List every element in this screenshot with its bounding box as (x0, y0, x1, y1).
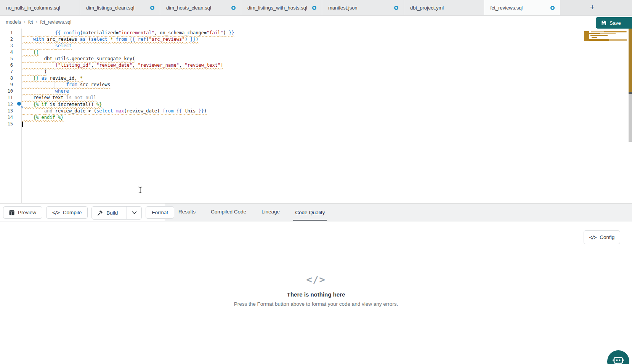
code-token (38, 75, 41, 81)
code-token: , (91, 63, 96, 68)
code-token: review_id, (47, 75, 80, 81)
line-number: 2 (0, 36, 13, 43)
code-token: (review_date) (124, 108, 162, 114)
code-brackets-icon: </> (589, 235, 597, 240)
code-line-text: and review_date > (select max(review_dat… (22, 108, 207, 114)
indent-guides (22, 43, 54, 49)
tab-code-quality[interactable]: Code Quality (293, 204, 327, 221)
editor-action-toolbar: Preview </> Compile Build (3, 206, 174, 220)
code-quality-empty-state: </> There is nothing here Press the Form… (0, 274, 632, 307)
code-line[interactable]: ) (22, 69, 632, 75)
file-tab-no_nulls_in_columns.sql[interactable]: no_nulls_in_columns.sql (0, 0, 80, 15)
code-line-text: review_text is not null (22, 95, 96, 100)
code-token: "fail" (207, 30, 223, 35)
code-token: %} (96, 102, 102, 107)
file-tab-label: dim_listings_clean.sql (86, 5, 134, 11)
code-token: where (55, 88, 69, 94)
code-line[interactable]: and review_date > (select max(review_dat… (22, 108, 632, 114)
lightbulb-code-action-icon[interactable] (17, 102, 22, 107)
config-button[interactable]: </> Config (584, 230, 620, 244)
code-line[interactable]: select (22, 43, 632, 49)
indent-guides (22, 30, 54, 36)
compile-button[interactable]: </> Compile (46, 206, 88, 219)
tab-lineage[interactable]: Lineage (260, 204, 282, 221)
breadcrumb-item[interactable]: fct_reviews.sql (40, 19, 71, 25)
line-number: 10 (0, 88, 13, 95)
breadcrumb-item[interactable]: fct (28, 19, 33, 25)
compile-label: Compile (63, 210, 82, 215)
code-token: ) (184, 37, 190, 42)
code-line[interactable]: {{ config(materialized="incremental", on… (22, 30, 632, 36)
code-token: src_reviews (77, 82, 111, 87)
robot-chat-icon (612, 356, 624, 364)
code-token: }} (190, 37, 196, 42)
code-line[interactable]: {{ (22, 49, 632, 56)
line-number: 5 (0, 56, 13, 62)
code-line[interactable] (22, 121, 581, 127)
save-label: Save (610, 20, 621, 26)
file-tab-manifest.json[interactable]: manifest.json (322, 0, 404, 15)
line-number: 7 (0, 69, 13, 75)
code-line[interactable]: dbt_utils.generate_surrogate_key( (22, 56, 632, 62)
indent-guides (22, 82, 65, 88)
tab-compiled-code[interactable]: Compiled Code (209, 204, 248, 221)
code-token: ( (85, 37, 91, 42)
tab-results[interactable]: Results (176, 204, 197, 221)
code-token: dbt_utils.generate_surrogate_key( (44, 56, 135, 61)
code-line[interactable]: {% if is_incremental() %} (22, 101, 632, 108)
code-token: select (96, 108, 113, 114)
build-button[interactable]: Build (92, 207, 123, 219)
save-button[interactable]: Save (596, 17, 632, 29)
file-tab-dim_hosts_clean.sql[interactable]: dim_hosts_clean.sql (160, 0, 241, 15)
code-token: (materialized= (80, 30, 119, 35)
code-token: ) (204, 108, 207, 114)
new-tab-button[interactable]: + (588, 3, 597, 12)
code-token: with (33, 37, 44, 42)
code-line[interactable]: where (22, 88, 632, 95)
code-token: and (44, 108, 53, 114)
file-tab-label: manifest.json (328, 5, 358, 11)
code-line[interactable]: with src_reviews as (select * from {{ re… (22, 36, 632, 43)
empty-state-subtitle: Press the Format button above to format … (0, 301, 632, 307)
code-content[interactable]: {{ config(materialized="incremental", on… (22, 29, 632, 204)
preview-grid-icon (9, 210, 14, 215)
preview-button[interactable]: Preview (3, 206, 42, 219)
file-tab-bar: no_nulls_in_columns.sqldim_listings_clea… (0, 0, 632, 16)
code-token: {{ (33, 50, 38, 55)
lint-mark (590, 35, 608, 36)
code-editor[interactable]: 123456789101112131415 {{ config(material… (0, 29, 632, 203)
code-token: }} (198, 108, 204, 114)
code-token: "review_date" (96, 63, 132, 68)
scrollbar-segment[interactable] (629, 29, 632, 92)
indent-guides (22, 69, 43, 75)
line-number: 9 (0, 82, 13, 88)
file-tab-dim_listings_with_hosts.sql[interactable]: dim_listings_with_hosts.sql (241, 0, 322, 15)
code-line[interactable]: review_text is not null (22, 95, 632, 101)
code-brackets-icon: </> (52, 210, 59, 215)
code-token (127, 37, 130, 42)
code-token: src_reviews (44, 37, 80, 42)
scrollbar-segment[interactable] (629, 94, 632, 142)
build-options-dropdown[interactable] (127, 207, 141, 219)
breadcrumb: models›fct›fct_reviews.sql (6, 19, 71, 25)
indent-guides (22, 108, 43, 114)
line-number: 1 (0, 30, 13, 36)
breadcrumb-item[interactable]: models (6, 19, 21, 25)
file-tab-label: dbt_project.yml (410, 5, 444, 11)
code-token: , (179, 63, 184, 68)
code-line[interactable]: from src_reviews (22, 82, 632, 88)
unsaved-changes-dot (394, 6, 398, 10)
line-number: 11 (0, 95, 13, 101)
code-token: "review_text" (184, 63, 220, 68)
code-line[interactable]: }} as review_id, * (22, 75, 632, 82)
file-tab-dim_listings_clean.sql[interactable]: dim_listings_clean.sql (80, 0, 160, 15)
code-line[interactable]: {% endif %} (22, 114, 632, 121)
format-button[interactable]: Format (146, 206, 174, 219)
code-line[interactable]: ["listing_id", "review_date", "reviewer_… (22, 62, 632, 69)
file-tab-fct_reviews.sql[interactable]: fct_reviews.sql (484, 0, 560, 15)
file-tab-dbt_project.yml[interactable]: dbt_project.yml (404, 0, 484, 15)
code-token: review_date > ( (52, 108, 96, 114)
code-token: this (182, 108, 198, 114)
build-label: Build (106, 210, 118, 216)
code-token: {{ (130, 37, 138, 42)
